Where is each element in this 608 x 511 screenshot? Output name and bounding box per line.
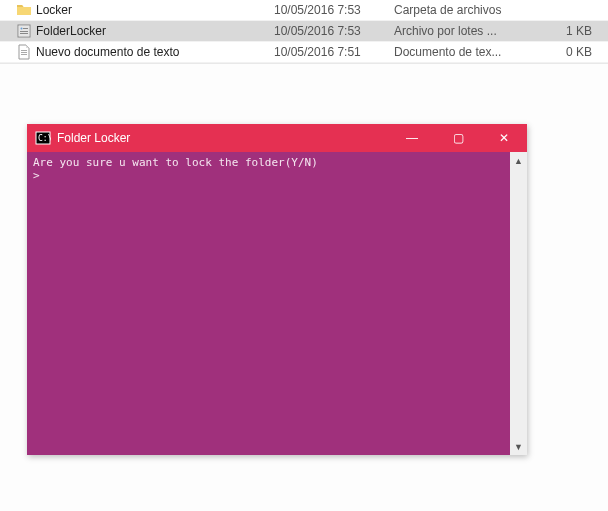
svg-rect-3 [23,28,28,29]
console-output[interactable]: Are you sure u want to lock the folder(Y… [27,152,510,455]
svg-rect-7 [21,52,27,53]
minimize-button[interactable]: — [389,124,435,152]
svg-rect-5 [20,33,28,34]
text-file-icon [16,44,32,60]
file-date: 10/05/2016 7:53 [274,24,394,38]
scrollbar[interactable]: ▲ ▼ [510,152,527,455]
titlebar[interactable]: C:\ Folder Locker — ▢ ✕ [27,124,527,152]
table-row[interactable]: Locker 10/05/2016 7:53 Carpeta de archiv… [0,0,608,21]
console-body: Are you sure u want to lock the folder(Y… [27,152,527,455]
file-list: Locker 10/05/2016 7:53 Carpeta de archiv… [0,0,608,64]
maximize-button[interactable]: ▢ [435,124,481,152]
scroll-down-icon[interactable]: ▼ [512,440,525,453]
file-type: Carpeta de archivos [394,3,544,17]
file-size: 0 KB [544,45,604,59]
close-button[interactable]: ✕ [481,124,527,152]
cmd-icon: C:\ [35,130,51,146]
svg-text:C:\: C:\ [38,134,51,143]
batch-file-icon [16,23,32,39]
svg-point-2 [21,28,23,30]
close-icon: ✕ [499,131,509,145]
table-row[interactable]: Nuevo documento de texto 10/05/2016 7:51… [0,42,608,63]
maximize-icon: ▢ [453,131,464,145]
file-name: FolderLocker [36,24,106,38]
folder-icon [16,2,32,18]
svg-rect-4 [20,31,28,32]
svg-rect-8 [21,54,27,55]
file-name: Locker [36,3,72,17]
svg-rect-6 [21,50,27,51]
file-type: Documento de tex... [394,45,544,59]
window-controls: — ▢ ✕ [389,124,527,152]
file-size: 1 KB [544,24,604,38]
file-date: 10/05/2016 7:51 [274,45,394,59]
file-name: Nuevo documento de texto [36,45,179,59]
file-type: Archivo por lotes ... [394,24,544,38]
file-date: 10/05/2016 7:53 [274,3,394,17]
console-window: C:\ Folder Locker — ▢ ✕ Are you sure u w… [27,124,527,455]
window-title: Folder Locker [57,131,389,145]
table-row[interactable]: FolderLocker 10/05/2016 7:53 Archivo por… [0,21,608,42]
scroll-up-icon[interactable]: ▲ [512,154,525,167]
minimize-icon: — [406,131,418,145]
